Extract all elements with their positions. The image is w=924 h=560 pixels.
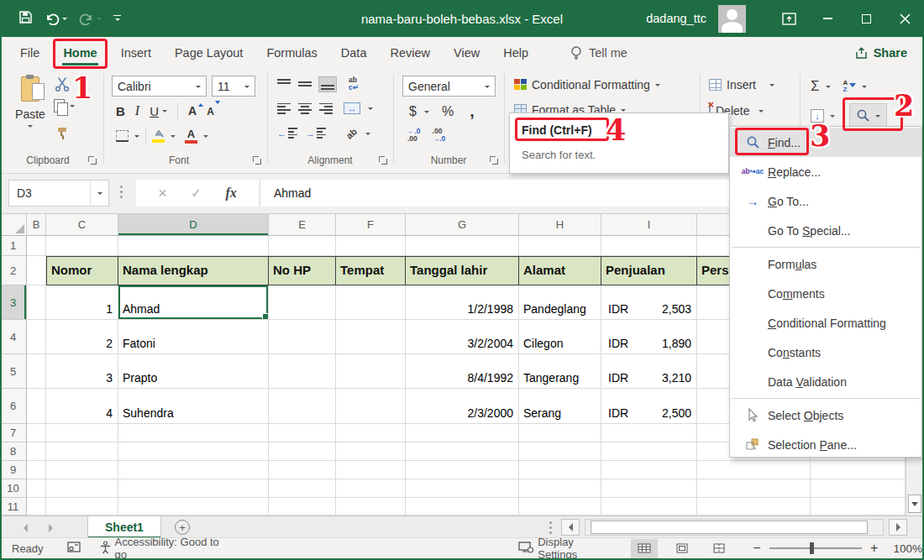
undo-chevron-icon[interactable] <box>62 18 67 23</box>
cell[interactable] <box>27 285 46 320</box>
row-header-3[interactable]: 3 <box>0 285 27 320</box>
cell[interactable] <box>406 236 519 256</box>
sort-filter-chevron-icon[interactable] <box>862 86 867 91</box>
cell[interactable] <box>519 498 601 516</box>
cell[interactable] <box>601 424 697 442</box>
align-middle-button[interactable] <box>298 79 312 90</box>
fill-chevron-icon[interactable] <box>830 115 835 120</box>
borders-chevron-icon[interactable] <box>134 135 139 140</box>
column-header-f[interactable]: F <box>336 214 406 236</box>
autosum-button[interactable]: Σ <box>811 78 820 95</box>
cell-g3[interactable]: 1/2/1998 <box>406 285 519 320</box>
tab-review[interactable]: Review <box>378 37 442 69</box>
cell[interactable] <box>697 461 811 479</box>
tab-formulas[interactable]: Formulas <box>255 37 328 69</box>
cell[interactable] <box>46 236 118 256</box>
cell-f2[interactable]: Tempat <box>336 256 406 285</box>
sort-filter-button[interactable]: AZ <box>843 80 857 93</box>
percent-style-button[interactable]: % <box>442 104 454 119</box>
zoom-slider[interactable] <box>769 547 863 549</box>
cell[interactable] <box>269 236 336 256</box>
minimize-button[interactable] <box>808 0 847 37</box>
font-dialog-launcher-icon[interactable] <box>252 155 263 166</box>
cell[interactable] <box>27 320 46 354</box>
font-color-chevron-icon[interactable] <box>203 135 208 140</box>
align-bottom-button[interactable] <box>319 77 336 92</box>
close-button[interactable] <box>885 0 924 37</box>
row-header-5[interactable]: 5 <box>0 354 27 389</box>
formula-bar-drag-handle[interactable] <box>120 186 123 198</box>
decrease-font-button[interactable]: A <box>207 103 214 118</box>
row-header-1[interactable]: 1 <box>0 236 27 256</box>
tab-view[interactable]: View <box>442 37 491 69</box>
cell[interactable] <box>336 461 406 479</box>
cell[interactable] <box>27 479 46 498</box>
cell[interactable] <box>811 479 906 498</box>
cell-g6[interactable]: 2/3/2000 <box>406 389 519 424</box>
hscroll-thumb[interactable] <box>591 521 868 534</box>
cell[interactable] <box>269 442 336 461</box>
accessibility-icon[interactable] <box>99 541 112 557</box>
cell[interactable] <box>336 354 406 389</box>
cell[interactable] <box>269 354 336 389</box>
orientation-button[interactable]: ab <box>344 126 360 140</box>
save-icon[interactable] <box>18 10 33 28</box>
sheet-nav-left-icon[interactable] <box>24 524 28 532</box>
paste-button[interactable]: Paste <box>10 74 50 151</box>
cell-h4[interactable]: Cilegon <box>519 320 601 354</box>
insert-cells-button[interactable]: Insert <box>709 78 774 92</box>
cell-c4[interactable]: 2 <box>46 320 118 354</box>
italic-button[interactable]: I <box>135 103 139 118</box>
cell[interactable] <box>336 389 406 424</box>
cell[interactable] <box>269 461 336 479</box>
cell-g4[interactable]: 3/2/2004 <box>406 320 519 354</box>
cell[interactable] <box>269 424 336 442</box>
font-family-select[interactable]: Calibri <box>112 76 207 97</box>
cut-button[interactable] <box>54 76 71 96</box>
cell[interactable] <box>336 236 406 256</box>
format-painter-button[interactable] <box>55 126 71 144</box>
hscroll-left-button[interactable] <box>561 519 580 536</box>
cell-i6[interactable]: IDR2,500 <box>601 389 697 424</box>
align-top-button[interactable] <box>277 79 291 90</box>
status-accessibility[interactable]: Accessibility: Good to go <box>115 536 229 560</box>
menu-item-data-validation[interactable]: Data Validation <box>730 367 921 396</box>
menu-item-go-to-special[interactable]: Go To Special... <box>730 216 921 245</box>
decrease-decimal-button[interactable]: .00→.0 <box>433 128 446 143</box>
cell[interactable] <box>46 461 118 479</box>
cell[interactable] <box>46 424 118 442</box>
menu-item-selection-pane[interactable]: Selection Pane... <box>730 430 921 459</box>
cell[interactable] <box>269 389 336 424</box>
cell[interactable] <box>811 461 906 479</box>
fill-color-button[interactable] <box>152 129 165 143</box>
cell[interactable] <box>27 256 46 285</box>
row-header-7[interactable]: 7 <box>0 424 27 442</box>
cell-i2[interactable]: Penjualan <box>601 256 697 285</box>
tab-help[interactable]: Help <box>491 37 540 69</box>
cell[interactable] <box>118 461 269 479</box>
tell-me[interactable]: Tell me <box>570 45 627 60</box>
cell-h6[interactable]: Serang <box>519 389 601 424</box>
column-header-d[interactable]: D <box>118 214 269 236</box>
row-header-4[interactable]: 4 <box>0 320 27 354</box>
cell-i4[interactable]: IDR1,890 <box>601 320 697 354</box>
avatar[interactable] <box>718 5 746 33</box>
cell-d2[interactable]: Nama lengkap <box>118 256 269 285</box>
cell[interactable] <box>27 498 46 516</box>
row-header-8[interactable]: 8 <box>0 442 27 461</box>
menu-item-go-to[interactable]: → Go To... <box>730 186 921 216</box>
column-header-i[interactable]: I <box>601 214 697 236</box>
cell[interactable] <box>519 236 601 256</box>
cell[interactable] <box>269 498 336 516</box>
active-cell-d3[interactable]: Ahmad <box>118 285 269 320</box>
name-box[interactable]: D3 <box>8 180 109 207</box>
number-format-select[interactable]: General <box>402 76 496 97</box>
cell-c2[interactable]: Nomor <box>46 256 118 285</box>
align-center-button[interactable] <box>298 103 312 114</box>
cell[interactable] <box>269 479 336 498</box>
view-page-layout-button[interactable] <box>668 539 695 558</box>
cell[interactable] <box>46 442 118 461</box>
account-user-name[interactable]: dadang_ttc <box>646 12 706 25</box>
display-settings-icon[interactable] <box>518 542 533 556</box>
maximize-button[interactable] <box>847 0 885 37</box>
